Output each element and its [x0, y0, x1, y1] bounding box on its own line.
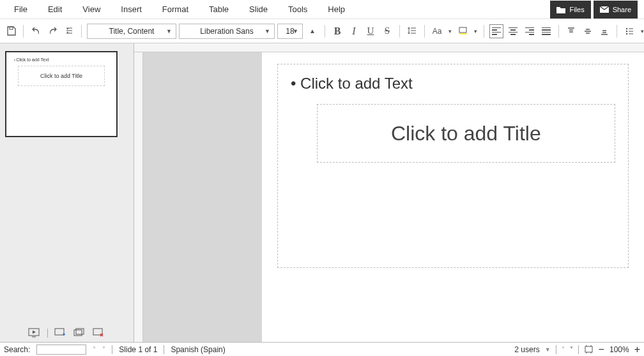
underline-button[interactable]: U — [364, 24, 378, 38]
thumbnail-title-text: Click to add Title — [18, 66, 105, 86]
font-size-select[interactable]: 18 ▼ — [277, 24, 303, 39]
search-next[interactable]: ˅ — [102, 346, 105, 353]
menu-view[interactable]: View — [73, 1, 112, 18]
align-justify-button[interactable] — [539, 24, 553, 38]
save-button[interactable] — [4, 24, 18, 38]
share-button[interactable]: Share — [594, 1, 638, 19]
menu-edit[interactable]: Edit — [39, 1, 73, 18]
highlight-button[interactable] — [456, 24, 470, 38]
search-prev[interactable]: ˄ — [93, 346, 96, 353]
font-size-inc[interactable]: ▲ — [305, 24, 319, 38]
delete-slide-button[interactable] — [93, 328, 105, 338]
font-select[interactable]: Liberation Sans ▼ — [179, 24, 275, 39]
highlight-dropdown[interactable]: ▾ — [472, 24, 479, 38]
align-center-button[interactable] — [506, 24, 520, 38]
svg-point-6 — [625, 33, 627, 34]
valign-bottom-button[interactable] — [597, 24, 611, 38]
separator — [578, 345, 579, 354]
redo-button[interactable] — [45, 24, 59, 38]
svg-point-5 — [625, 31, 627, 32]
zoom-value: 100% — [610, 345, 629, 354]
mail-icon — [600, 6, 609, 13]
undo-icon — [31, 26, 41, 36]
chevron-down-icon: ▼ — [264, 28, 270, 34]
separator — [484, 25, 484, 38]
bullets-icon — [625, 26, 634, 36]
valign-middle-button[interactable] — [581, 24, 595, 38]
svg-point-4 — [625, 28, 627, 29]
outline-button[interactable] — [62, 24, 76, 38]
align-right-button[interactable] — [523, 24, 537, 38]
menu-help[interactable]: Help — [319, 1, 356, 18]
slide-margin — [134, 52, 262, 342]
files-button[interactable]: Files — [550, 1, 590, 19]
start-presentation-button[interactable] — [28, 328, 41, 338]
search-label: Search: — [4, 345, 30, 354]
thumbnail-bullet-text: Click to add Text — [14, 57, 110, 62]
separator — [112, 345, 112, 354]
title-placeholder[interactable]: Click to add Title — [317, 104, 615, 163]
layout-select-value: Title, Content — [109, 27, 155, 36]
svg-rect-2 — [459, 27, 466, 33]
outline-icon — [65, 26, 74, 36]
bullet-dropdown[interactable]: ▾ — [639, 24, 644, 38]
chevron-down-icon: ▼ — [545, 346, 551, 353]
char-spacing-button[interactable]: Aa — [430, 24, 444, 38]
slide-panel: Click to add Text Click to add Title — [0, 43, 134, 342]
align-left-button[interactable] — [489, 24, 503, 38]
zoom-out-button[interactable]: − — [599, 344, 604, 355]
workspace: Click to add Text Click to add Title — [0, 43, 644, 342]
separator — [47, 329, 48, 337]
content-placeholder[interactable]: Click to add Text Click to add Title — [277, 64, 629, 268]
valign-bottom-icon — [600, 27, 609, 36]
prev-slide[interactable]: ˄ — [562, 346, 565, 353]
editing-area: Click to add Text Click to add Title — [134, 43, 644, 342]
status-right: 2 users ▼ ˄ ˅ − 100% + — [514, 344, 640, 355]
separator — [556, 345, 556, 354]
valign-top-button[interactable] — [564, 24, 578, 38]
menu-tools[interactable]: Tools — [279, 1, 319, 18]
line-spacing-button[interactable] — [405, 24, 419, 38]
slide-info: Slide 1 of 1 — [119, 345, 157, 354]
slide-canvas[interactable]: Click to add Text Click to add Title — [262, 52, 644, 342]
language-label[interactable]: Spanish (Spain) — [171, 345, 225, 354]
menubar: File Edit View Insert Format Table Slide… — [0, 0, 644, 19]
menu-format[interactable]: Format — [153, 1, 200, 18]
char-spacing-dropdown[interactable]: ▾ — [447, 24, 453, 38]
svg-rect-10 — [74, 330, 82, 336]
valign-top-icon — [567, 27, 576, 36]
zoom-in-button[interactable]: + — [634, 344, 640, 355]
duplicate-slide-button[interactable] — [73, 328, 86, 338]
separator — [325, 25, 325, 38]
svg-rect-13 — [585, 346, 592, 352]
slide-thumbnail-1[interactable]: Click to add Text Click to add Title — [5, 51, 118, 137]
menu-table[interactable]: Table — [200, 1, 240, 18]
menu-file[interactable]: File — [5, 1, 39, 18]
menu-slide[interactable]: Slide — [240, 1, 279, 18]
separator — [617, 25, 617, 38]
search-input[interactable] — [36, 345, 86, 355]
svg-rect-11 — [76, 329, 84, 334]
ruler-horizontal[interactable] — [134, 43, 644, 52]
layout-select[interactable]: Title, Content ▼ — [87, 24, 176, 39]
bullet-list-button[interactable] — [622, 24, 636, 38]
new-slide-button[interactable] — [54, 328, 67, 338]
files-button-label: Files — [569, 6, 584, 13]
next-slide[interactable]: ˅ — [570, 346, 573, 353]
fit-slide-button[interactable] — [584, 345, 594, 354]
menu-insert[interactable]: Insert — [112, 1, 153, 18]
users-label[interactable]: 2 users — [514, 345, 539, 354]
linespacing-icon — [408, 26, 417, 36]
strikethrough-button[interactable]: S — [380, 24, 394, 38]
italic-button[interactable]: I — [347, 24, 361, 38]
chevron-down-icon: ▼ — [166, 28, 172, 34]
toolbar: Title, Content ▼ Liberation Sans ▼ 18 ▼ … — [0, 19, 644, 43]
share-button-label: Share — [613, 6, 631, 13]
redo-icon — [48, 26, 57, 36]
ruler-vertical[interactable] — [134, 52, 143, 342]
highlight-icon — [458, 26, 468, 36]
save-icon — [6, 26, 16, 36]
undo-button[interactable] — [29, 24, 43, 38]
bold-button[interactable]: B — [330, 24, 344, 38]
del-slide-icon — [93, 328, 104, 338]
